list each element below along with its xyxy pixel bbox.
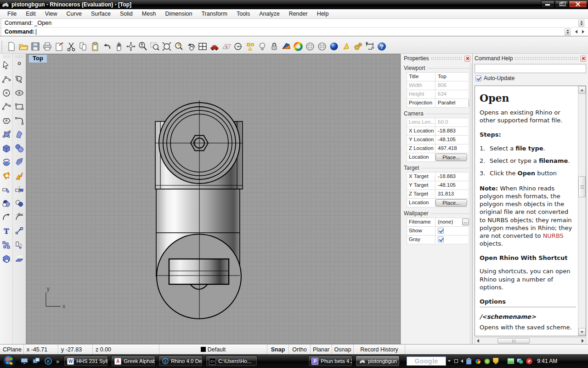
layer-pane[interactable]: Default	[159, 345, 267, 354]
restore-button[interactable]	[555, 0, 568, 8]
trim-tool-button[interactable]	[0, 183, 12, 196]
close-button[interactable]	[569, 0, 587, 8]
menu-view[interactable]: View	[40, 10, 62, 18]
named-view-car-button[interactable]	[209, 40, 220, 52]
scroll-down-icon[interactable]	[578, 328, 586, 336]
zoom-in-out-button[interactable]	[137, 40, 149, 52]
text-tool-button[interactable]: T	[0, 224, 12, 238]
menu-solid[interactable]: Solid	[115, 10, 137, 18]
mesh-sphere-button[interactable]	[316, 40, 328, 52]
paste-button[interactable]	[89, 40, 101, 52]
menu-edit[interactable]: Edit	[21, 10, 40, 18]
fillet-curve-button[interactable]	[0, 210, 12, 224]
viewport-tab-label[interactable]: Top	[29, 55, 47, 63]
extrude-tool-button[interactable]	[13, 252, 25, 265]
sphere-tool-button[interactable]	[13, 141, 25, 155]
menu-dimension[interactable]: Dimension	[160, 10, 197, 18]
target-z-value[interactable]: 31.813	[435, 190, 468, 198]
show-checkbox[interactable]	[438, 228, 444, 234]
wireframe-sphere-button[interactable]	[304, 40, 316, 52]
internet-explorer-icon[interactable]: e	[44, 357, 52, 365]
rotate-view-button[interactable]	[125, 40, 137, 52]
box-tool-button[interactable]	[0, 141, 12, 155]
scale-tool-button[interactable]	[13, 224, 25, 238]
open-file-button[interactable]	[17, 40, 29, 52]
viewport-canvas[interactable]: Top	[26, 54, 401, 344]
options-gears-button[interactable]	[352, 40, 364, 52]
block-tool-button[interactable]	[0, 238, 12, 252]
tray-network-icon[interactable]	[517, 358, 523, 364]
ortho-toggle[interactable]: Ortho	[289, 345, 311, 354]
projection-value[interactable]: Parallel	[435, 99, 468, 107]
start-button[interactable]	[3, 355, 16, 368]
google-search-box[interactable]: Google	[407, 356, 446, 366]
shaded-view-button[interactable]	[280, 40, 292, 52]
command-help-close-icon[interactable]	[580, 56, 586, 62]
menu-render[interactable]: Render	[284, 10, 312, 18]
taskbar-button-rhino-web[interactable]: eRhino 4.0 Des...	[158, 356, 203, 367]
osnap-shapes-button[interactable]	[244, 40, 256, 52]
arc-tool-button[interactable]	[0, 100, 12, 114]
command-input-row[interactable]: Command:	[0, 28, 588, 36]
taskbar-button-pistongbgun[interactable]: pistongbgun ...	[356, 356, 400, 367]
history-scroll-spinner[interactable]	[578, 20, 584, 27]
taskbar-button-hhs[interactable]: WHHS 231 Syll...	[64, 356, 108, 367]
taskbar-clock[interactable]: 9:41 AM	[537, 358, 557, 364]
tray-shield-icon[interactable]	[493, 358, 498, 364]
target-place-button[interactable]: Place...	[435, 199, 467, 207]
drag-grip[interactable]	[0, 28, 2, 36]
solid-face-button[interactable]	[0, 252, 12, 265]
tray-expand-chevron-icon[interactable]	[461, 359, 463, 363]
tray-award-icon[interactable]	[484, 358, 490, 364]
undo-button[interactable]	[101, 40, 113, 52]
layer-color-swatch[interactable]	[201, 347, 206, 352]
print-button[interactable]	[41, 40, 53, 52]
boolean-union-button[interactable]	[0, 196, 12, 210]
new-file-button[interactable]	[6, 40, 17, 52]
minimize-button[interactable]	[541, 0, 554, 8]
zoom-selected-button[interactable]	[173, 40, 185, 52]
torus-tool-button[interactable]	[0, 155, 12, 169]
explode-tool-button[interactable]	[0, 169, 12, 183]
tray-volume-muted-icon[interactable]	[526, 358, 532, 364]
filename-value[interactable]: (none) ...	[435, 218, 468, 226]
tray-colorwheel-icon[interactable]	[475, 358, 481, 365]
point-tool-button[interactable]	[13, 58, 25, 72]
zoom-window-button[interactable]	[149, 40, 161, 52]
copy-button[interactable]	[77, 40, 89, 52]
edit-page-button[interactable]	[53, 40, 65, 52]
auto-update-checkbox[interactable]	[475, 75, 481, 81]
pan-hand-button[interactable]	[113, 40, 125, 52]
scroll-right-icon[interactable]	[582, 339, 584, 343]
help-button[interactable]: ?	[376, 40, 388, 52]
explode-flash-button[interactable]	[13, 169, 25, 183]
scroll-up-icon[interactable]	[578, 86, 586, 94]
scroll-right-arrow-icon[interactable]	[582, 30, 584, 34]
quick-launch-chevron[interactable]: »	[56, 358, 59, 365]
menu-analyze[interactable]: Analyze	[254, 10, 284, 18]
panel-drag-area[interactable]	[514, 57, 578, 60]
corner-curve-button[interactable]	[13, 114, 25, 127]
palette-grip[interactable]	[15, 55, 23, 58]
menu-transform[interactable]: Transform	[197, 10, 232, 18]
viewport-layout-button[interactable]	[197, 40, 209, 52]
tray-battery-icon[interactable]	[508, 358, 514, 364]
save-button[interactable]	[29, 40, 41, 52]
nurbs-link[interactable]: NURBS	[543, 232, 564, 239]
show-desktop-icon[interactable]	[20, 357, 28, 365]
camera-z-value[interactable]: 497.418	[435, 144, 468, 153]
zoom-extents-button[interactable]	[161, 40, 173, 52]
render-color-wheel-button[interactable]	[292, 40, 304, 52]
curved-surface-button[interactable]	[13, 127, 25, 141]
record-history-toggle[interactable]: Record History	[354, 345, 405, 354]
menu-help[interactable]: Help	[312, 10, 334, 18]
boolean-difference-button[interactable]	[13, 196, 25, 210]
switch-windows-icon[interactable]	[32, 357, 40, 365]
taskbar-button-cmd[interactable]: C:\C:\Users\Ho...	[206, 356, 257, 367]
toolbar-grip[interactable]	[1, 40, 3, 52]
palette-grip[interactable]	[2, 55, 11, 58]
scrollbar-thumb[interactable]	[578, 176, 586, 197]
help-search-input[interactable]	[475, 64, 586, 73]
menu-file[interactable]: File	[3, 10, 21, 18]
camera-place-button[interactable]: Place...	[435, 154, 467, 161]
